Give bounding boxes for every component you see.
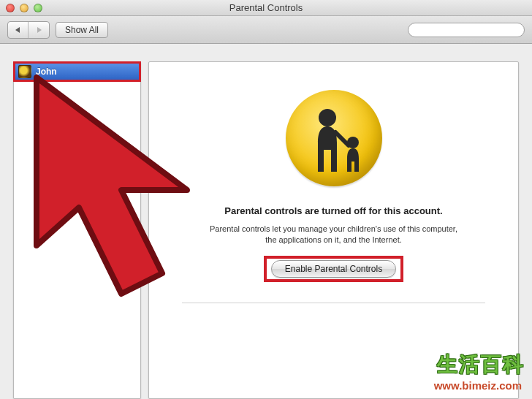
svg-marker-1 (37, 27, 42, 33)
avatar (18, 65, 31, 78)
parental-controls-icon (286, 90, 382, 186)
svg-marker-0 (15, 27, 20, 33)
triangle-left-icon (15, 26, 22, 34)
status-heading: Parental controls are turned off for thi… (224, 205, 442, 216)
description-text: Parental controls let you manage your ch… (210, 224, 458, 246)
back-button[interactable] (8, 22, 28, 38)
close-window-button[interactable] (6, 4, 15, 12)
main-panel: Parental controls are turned off for thi… (148, 61, 519, 399)
show-all-button[interactable]: Show All (56, 22, 108, 38)
zoom-window-button[interactable] (34, 4, 42, 12)
content: John Parental controls are turned off fo… (0, 44, 532, 399)
svg-point-2 (319, 109, 336, 126)
nav-back-forward (7, 21, 50, 39)
user-sidebar: John (13, 61, 141, 399)
traffic-lights (6, 4, 42, 12)
triangle-right-icon (35, 26, 42, 34)
search-wrap: Q (408, 23, 525, 37)
separator (182, 303, 484, 303)
titlebar: Parental Controls (0, 0, 532, 16)
search-input[interactable] (408, 23, 525, 37)
svg-point-3 (347, 137, 359, 148)
sidebar-item-user[interactable]: John (14, 62, 140, 81)
sidebar-item-label: John (36, 66, 57, 77)
minimize-window-button[interactable] (20, 4, 28, 12)
enable-parental-controls-button[interactable]: Enable Parental Controls (271, 260, 396, 278)
toolbar: Show All Q (0, 16, 532, 44)
window-title: Parental Controls (0, 2, 532, 13)
forward-button[interactable] (28, 22, 49, 38)
